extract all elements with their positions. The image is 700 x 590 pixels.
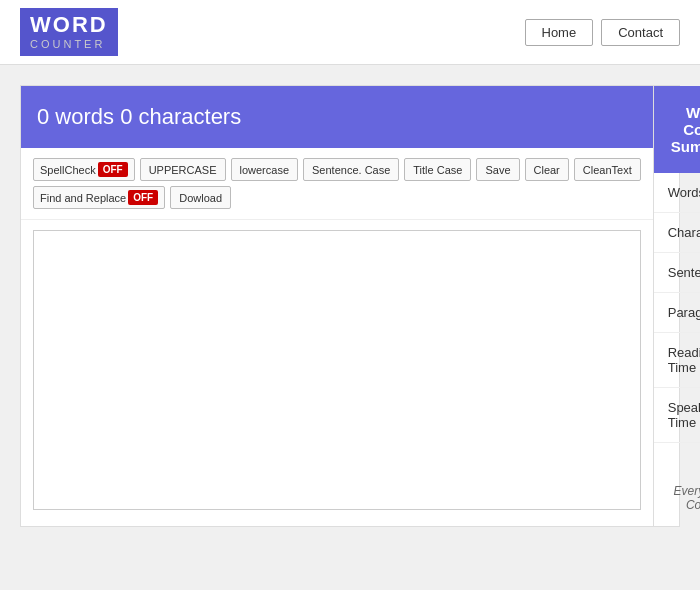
title-case-button[interactable]: Title Case — [404, 158, 471, 181]
logo-word: WORD — [30, 14, 108, 36]
summary-rows: Words 0 Characters 0 Sentences 0 Paragra… — [654, 173, 700, 470]
summary-row-label: Words — [668, 185, 700, 200]
logo-counter: COUNTER — [30, 38, 108, 50]
right-panel: Word Count Summary Words 0 Characters 0 … — [653, 86, 700, 526]
summary-row-label: Reading Time — [668, 345, 700, 375]
toolbar: SpellCheck OFF UPPERCASE lowercase Sente… — [21, 148, 653, 220]
home-button[interactable]: Home — [525, 19, 594, 46]
summary-row: Characters 0 — [654, 213, 700, 253]
uppercase-button[interactable]: UPPERCASE — [140, 158, 226, 181]
save-button[interactable]: Save — [476, 158, 519, 181]
footer-text: Every Word Counts — [654, 470, 700, 526]
summary-row-label: Speaking Time — [668, 400, 700, 430]
nav-buttons: Home Contact — [525, 19, 681, 46]
summary-row-label: Paragraphs — [668, 305, 700, 320]
summary-row: Speaking Time 0 sec — [654, 388, 700, 443]
spellcheck-toggle: OFF — [98, 162, 128, 177]
contact-button[interactable]: Contact — [601, 19, 680, 46]
left-panel: 0 words 0 characters SpellCheck OFF UPPE… — [21, 86, 653, 526]
text-input[interactable] — [33, 230, 641, 510]
find-replace-toggle: OFF — [128, 190, 158, 205]
toolbar-row-1: SpellCheck OFF UPPERCASE lowercase Sente… — [33, 158, 641, 181]
download-button[interactable]: Dowload — [170, 186, 231, 209]
summary-row: Words 0 — [654, 173, 700, 213]
main-content: 0 words 0 characters SpellCheck OFF UPPE… — [0, 65, 700, 547]
find-replace-label: Find and Replace — [40, 192, 126, 204]
toolbar-row-2: Find and Replace OFF Dowload — [33, 186, 641, 209]
content-wrapper: 0 words 0 characters SpellCheck OFF UPPE… — [20, 85, 680, 527]
clean-text-button[interactable]: CleanText — [574, 158, 641, 181]
text-area-wrapper — [21, 220, 653, 526]
clear-button[interactable]: Clear — [525, 158, 569, 181]
sentence-case-button[interactable]: Sentence. Case — [303, 158, 399, 181]
summary-row: Sentences 0 — [654, 253, 700, 293]
page-header: WORD COUNTER Home Contact — [0, 0, 700, 65]
summary-row: Reading Time 0 sec — [654, 333, 700, 388]
spellcheck-button[interactable]: SpellCheck OFF — [33, 158, 135, 181]
word-count-display: 0 words 0 characters — [21, 86, 653, 148]
summary-row-label: Characters — [668, 225, 700, 240]
summary-row: Paragraphs 0 — [654, 293, 700, 333]
logo: WORD COUNTER — [20, 8, 118, 56]
summary-header: Word Count Summary — [654, 86, 700, 173]
find-replace-button[interactable]: Find and Replace OFF — [33, 186, 165, 209]
lowercase-button[interactable]: lowercase — [231, 158, 299, 181]
spellcheck-label: SpellCheck — [40, 164, 96, 176]
summary-row-label: Sentences — [668, 265, 700, 280]
